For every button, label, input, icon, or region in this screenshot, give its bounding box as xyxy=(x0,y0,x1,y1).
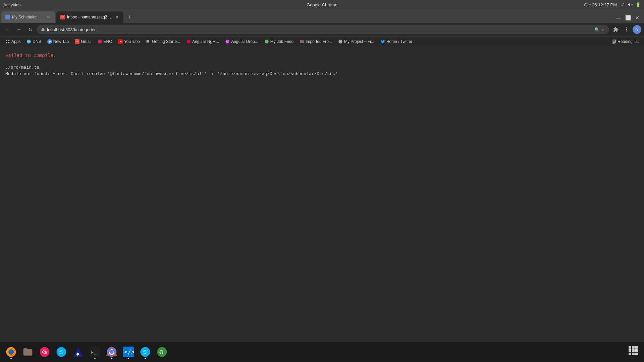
svg-rect-8 xyxy=(8,42,9,43)
angular-drop-favicon: e! xyxy=(225,39,230,44)
bookmark-angular-ngm[interactable]: Angular NgM... xyxy=(183,38,222,45)
taskbar-files[interactable] xyxy=(20,344,36,360)
reload-button[interactable]: ↻ xyxy=(25,25,35,34)
bookmark-angular-drop[interactable]: e! Angular Drop... xyxy=(222,38,261,45)
grid-dot xyxy=(635,353,638,355)
taskbar-firefox[interactable] xyxy=(3,344,19,360)
taskbar-vscode[interactable]: </> xyxy=(121,344,136,360)
bookmark-apps-label: Apps xyxy=(11,39,20,44)
svg-point-23 xyxy=(8,349,14,355)
search-icon[interactable]: 🔍 xyxy=(594,27,600,32)
bookmark-imported[interactable]: Imported Fro... xyxy=(297,38,335,45)
bookmark-angular-drop-label: Angular Drop... xyxy=(231,39,258,44)
address-input-wrap[interactable]: 🔍 ☆ xyxy=(37,25,609,34)
bookmark-newtab[interactable]: New Tab xyxy=(45,38,71,45)
svg-text:◆: ◆ xyxy=(76,351,79,356)
bookmark-dns-label: DNS xyxy=(33,39,41,44)
svg-text:🛍: 🛍 xyxy=(42,349,47,355)
tab-close-scheduler[interactable]: ✕ xyxy=(46,14,51,20)
error-detail: Module not found: Error: Can't resolve '… xyxy=(5,71,639,76)
toolbar-icons: N xyxy=(611,25,641,34)
bookmark-dns[interactable]: Ds DNS xyxy=(24,38,44,45)
taskbar-vscode-dot xyxy=(128,358,129,359)
bookmark-newtab-label: New Tab xyxy=(53,39,69,44)
grid-dot xyxy=(629,349,631,352)
browser-name: Google Chrome xyxy=(307,2,337,7)
svg-text:▶_: ▶_ xyxy=(91,350,97,355)
bookmark-youtube[interactable]: YouTube xyxy=(115,38,143,45)
tab-bar: My Scheduler ✕ Inbox - numanrazzaq24@...… xyxy=(0,9,644,23)
bookmark-favicon xyxy=(146,39,151,44)
taskbar-chrome[interactable] xyxy=(104,344,119,360)
taskbar-skype[interactable]: S xyxy=(54,344,69,360)
profile-icon[interactable]: N xyxy=(633,25,641,34)
reading-list-button[interactable]: Reading list xyxy=(609,38,641,45)
battery-indicator: 🔋 xyxy=(636,2,641,7)
close-browser-button[interactable]: ✕ xyxy=(633,14,641,22)
apps-favicon xyxy=(5,39,10,44)
taskbar-appstore[interactable]: 🛍 xyxy=(37,344,52,360)
taskbar-right xyxy=(629,346,641,358)
svg-rect-1 xyxy=(42,29,45,32)
tab-favicon-inbox xyxy=(60,15,65,19)
svg-text:</>: </> xyxy=(124,349,134,355)
chrome-favicon xyxy=(47,39,52,44)
svg-rect-0 xyxy=(60,15,65,19)
gmail-favicon xyxy=(75,39,79,44)
svg-rect-13 xyxy=(75,39,79,44)
svg-text:S: S xyxy=(143,349,147,355)
taskbar-trash[interactable]: ♻ xyxy=(154,344,170,360)
twitter-favicon xyxy=(380,39,385,44)
system-bar: Activities Google Chrome Oct 26 12:27 PM… xyxy=(0,0,644,9)
grid-dot xyxy=(629,353,631,355)
volume-icon xyxy=(628,2,633,7)
taskbar-chrome-dot xyxy=(111,358,112,359)
bookmark-job-feed[interactable]: My Job Feed xyxy=(262,38,296,45)
bookmarks-bar: Apps Ds DNS New Tab Gmail ENC YouTube Ge… xyxy=(0,36,644,46)
maximize-button[interactable]: ⬜ xyxy=(624,14,632,22)
bookmark-youtube-label: YouTube xyxy=(124,39,140,44)
bookmark-twitter[interactable]: Home / Twitter xyxy=(378,38,415,45)
bookmark-getting-started-label: Getting Starte... xyxy=(152,39,180,44)
svg-rect-6 xyxy=(8,40,9,41)
job-favicon xyxy=(264,39,269,44)
bookmark-my-project[interactable]: My Project – Fi... xyxy=(335,38,377,45)
tab-inbox[interactable]: Inbox - numanrazzaq24@... ✕ xyxy=(56,11,123,23)
forward-button[interactable]: → xyxy=(14,25,23,34)
datetime-label: Oct 26 12:27 PM xyxy=(584,2,617,7)
svg-point-3 xyxy=(626,29,627,30)
tab-scheduler[interactable]: My Scheduler ✕ xyxy=(1,11,55,23)
tab-title-scheduler: My Scheduler xyxy=(12,15,44,19)
tab-close-inbox[interactable]: ✕ xyxy=(114,14,119,20)
back-button[interactable]: ← xyxy=(3,25,12,34)
svg-rect-5 xyxy=(6,40,7,41)
bookmark-gmail[interactable]: Gmail xyxy=(72,38,94,45)
url-input[interactable] xyxy=(47,27,592,32)
address-bar: ← → ↻ 🔍 ☆ N xyxy=(0,23,644,36)
bookmark-imported-label: Imported Fro... xyxy=(306,39,332,44)
extensions-icon[interactable] xyxy=(611,25,621,34)
bookmark-twitter-label: Home / Twitter xyxy=(386,39,412,44)
bookmark-apps[interactable]: Apps xyxy=(3,38,23,45)
menu-icon[interactable] xyxy=(622,25,631,34)
taskbar-skype2-dot xyxy=(145,358,146,359)
network-icon xyxy=(620,2,625,7)
minimize-button[interactable]: — xyxy=(614,14,623,22)
svg-point-34 xyxy=(110,350,114,354)
activities-label[interactable]: Activities xyxy=(3,2,20,7)
taskbar-terminal[interactable]: ▶_ xyxy=(87,344,103,360)
star-icon[interactable]: ☆ xyxy=(601,27,605,32)
bookmark-enc-label: ENC xyxy=(104,39,112,44)
angular-favicon xyxy=(186,39,191,44)
grid-dot xyxy=(635,349,638,352)
app-grid-button[interactable] xyxy=(629,346,641,358)
bookmark-getting-started[interactable]: Getting Starte... xyxy=(143,38,183,45)
bookmark-enc[interactable]: ENC xyxy=(95,38,115,45)
new-tab-button[interactable]: + xyxy=(125,12,134,22)
grid-dot xyxy=(632,346,635,349)
taskbar-skype2[interactable]: S xyxy=(138,344,153,360)
bookmark-gmail-label: Gmail xyxy=(81,39,91,44)
folder-favicon xyxy=(300,39,304,44)
grid-dot xyxy=(635,346,638,349)
taskbar-inkscape[interactable]: ◆ xyxy=(70,344,86,360)
